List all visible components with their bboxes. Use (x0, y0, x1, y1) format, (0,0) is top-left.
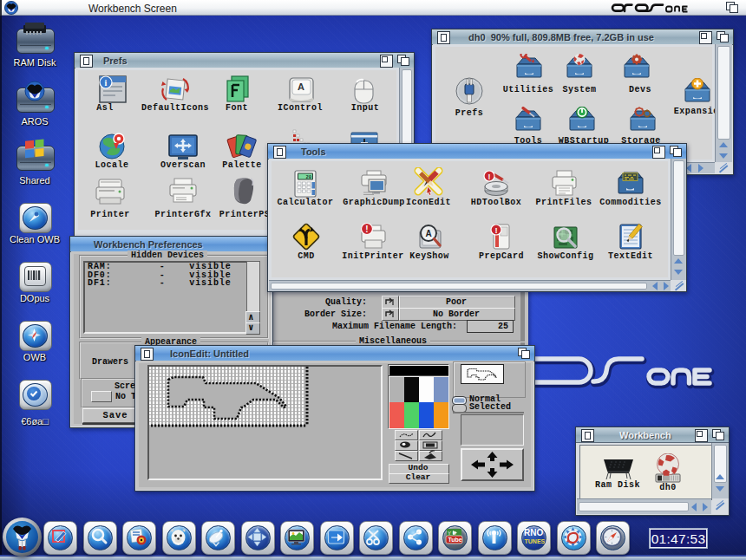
svg-text:A: A (425, 229, 431, 238)
svg-text:A: A (298, 81, 304, 92)
svg-text:!: ! (494, 225, 497, 235)
svg-text:RNO: RNO (524, 528, 543, 537)
svg-text:Tube: Tube (448, 537, 462, 543)
svg-text:TUNES: TUNES (525, 538, 546, 544)
svg-text:!: ! (488, 173, 491, 181)
svg-text:i: i (105, 78, 108, 88)
svg-text:!: ! (365, 225, 368, 234)
svg-text:Y U: Y U (448, 531, 456, 536)
svg-text:20: 20 (305, 174, 311, 180)
